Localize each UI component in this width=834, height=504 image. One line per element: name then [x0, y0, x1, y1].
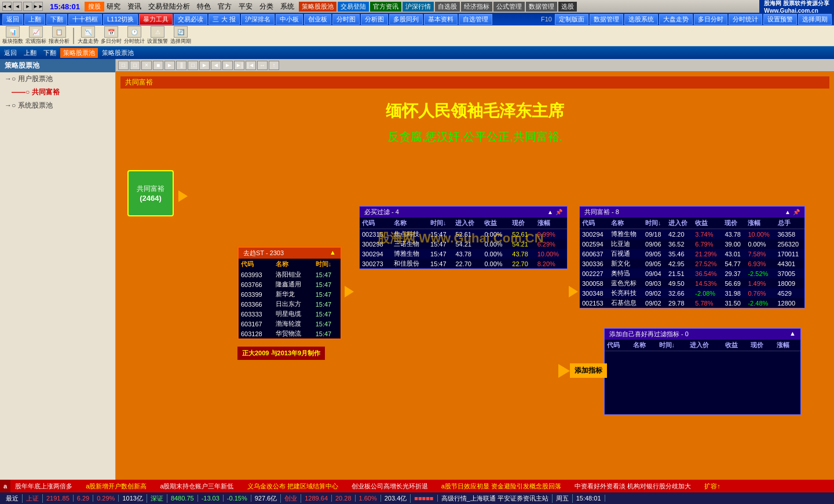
ft2-row-2[interactable]: 002594比亚迪09/0636.526.79% 39.000.00%25632… [580, 239, 804, 249]
data-management-btn[interactable]: 数据管理 [590, 14, 623, 25]
tb4-back[interactable]: 返回 [1, 48, 20, 58]
ct-btn-sq[interactable]: □ [188, 61, 198, 70]
minute-stats-btn[interactable]: 分时统计 [729, 14, 762, 25]
sidebar-gongtong[interactable]: ——○ 共同富裕 [0, 86, 115, 99]
menu-special[interactable]: 特色 [197, 2, 211, 12]
self-select-btn[interactable]: 自选股 [435, 2, 460, 12]
menu-research[interactable]: 研究 [107, 2, 120, 12]
sidebar-system-pool[interactable]: →○ 系统股票池 [0, 99, 115, 112]
ct-btn-r[interactable]: ► [199, 61, 210, 70]
st-row-2[interactable]: 603766隆鑫通用15:47 [239, 279, 341, 289]
formula-btn[interactable]: 公式管理 [493, 2, 525, 12]
tb4-pool2[interactable]: 策略股票池 [99, 48, 137, 58]
menu-system[interactable]: 系统 [280, 2, 294, 12]
menu-trade-analysis[interactable]: 交易登陆分析 [148, 2, 190, 12]
violence-btn[interactable]: 暴力工具 [139, 14, 173, 25]
ct-btn-pause[interactable]: ‖ [176, 61, 186, 70]
st-row-4[interactable]: 603366日出东方15:47 [239, 299, 341, 309]
menu-news[interactable]: 资讯 [127, 2, 141, 12]
analysis-chart-btn[interactable]: 分析图 [361, 14, 388, 25]
ct-btn-end[interactable]: ►| [234, 61, 244, 70]
tb4-down[interactable]: 下翻 [41, 48, 59, 58]
ft1-row-1[interactable]: 002315焦点科技15:4752.610.00% 52.619.99% [360, 229, 567, 240]
ct-btn-x[interactable]: × [141, 61, 152, 70]
board-index-group[interactable]: 📊 板块指数 [2, 26, 23, 45]
ft2-row-6[interactable]: 300058蓝色光标09/0349.5014.53% 56.691.49%180… [580, 278, 804, 288]
mid-small-btn[interactable]: 中小板 [276, 14, 303, 25]
nav-prev-btn[interactable]: ◄ [13, 2, 22, 11]
set-warning-btn[interactable]: 设置预警 [763, 14, 797, 25]
minute-stats-tb3-group[interactable]: 🕐 分时统计 [124, 26, 145, 45]
basic-info-btn[interactable]: 基本资料 [424, 14, 458, 25]
l112-btn[interactable]: L112切换 [103, 14, 138, 25]
back-btn[interactable]: 返回 [2, 14, 23, 25]
menu-classify[interactable]: 分类 [259, 2, 273, 12]
filter-box2-up[interactable]: ▲ [785, 209, 791, 215]
st-row-3[interactable]: 603399新华龙15:47 [239, 289, 341, 299]
st-row-5[interactable]: 603333明星电缆15:47 [239, 309, 341, 319]
multi-day-minute-btn[interactable]: 多日分时 [694, 14, 727, 25]
official-info-btn[interactable]: 官方资讯 [370, 2, 401, 12]
ft2-row-7[interactable]: 300348长亮科技09/0232.66-2.08% 31.980.76%452… [580, 288, 804, 298]
filter-box1-up[interactable]: ▲ [547, 209, 553, 215]
ten-frames-btn[interactable]: 十十档框 [68, 14, 102, 25]
ct-btn-r2[interactable]: ► [222, 61, 233, 70]
sh-trend-btn[interactable]: 沪深行情 [403, 2, 434, 12]
ct-btn-expand[interactable]: ↔ [257, 61, 268, 70]
st-box-up-btn[interactable]: ▲ [330, 249, 336, 257]
up-btn[interactable]: 上翻 [24, 14, 45, 25]
ft2-row-4[interactable]: 300336新文化09/0542.9527.52% 54.776.93%4430… [580, 259, 804, 268]
minute-chart-btn[interactable]: 分时图 [332, 14, 360, 25]
self-select-mgmt-btn[interactable]: 自选管理 [459, 14, 492, 25]
st-row-1[interactable]: 603993洛阳钼业15:47 [239, 270, 341, 279]
data-mgmt-btn[interactable]: 数据管理 [526, 2, 557, 12]
big-trend-btn[interactable]: 大盘走势 [659, 14, 693, 25]
macro-index-group[interactable]: 📈 宏观指标 [25, 26, 46, 45]
multi-stock-btn[interactable]: 多股同列 [389, 14, 423, 25]
nav-back-btn[interactable]: ◄◄ [2, 2, 12, 11]
ct-btn-play[interactable]: ► [164, 61, 175, 70]
ft1-row-2[interactable]: 300298三诺生物15:4754.210.00% 54.216.29% [360, 239, 567, 249]
custom-panel-btn[interactable]: 定制版面 [555, 14, 588, 25]
multi-day-tb3-group[interactable]: 📅 多日分时 [101, 26, 122, 45]
menu-official[interactable]: 官方 [218, 2, 232, 12]
trade-essential-btn[interactable]: 交易必读 [174, 14, 207, 25]
ct-btn-start[interactable]: |◄ [246, 61, 256, 70]
set-warning-tb3-group[interactable]: ⚠ 设置预警 [147, 26, 168, 45]
menu-pingan[interactable]: 平安 [239, 2, 253, 12]
filter-box2-pin[interactable]: 📌 [793, 209, 800, 215]
f10-btn[interactable]: F10 [539, 16, 554, 23]
ft2-row-3[interactable]: 600637百视通09/0535.4621.29% 43.017.58%1700… [580, 249, 804, 259]
search-btn[interactable]: 搜股 [85, 2, 104, 12]
sidebar-user-pool[interactable]: →○ 用户股票池 [0, 72, 115, 86]
strategy-pool-btn[interactable]: 策略股股池 [299, 2, 336, 12]
stock-filter-btn[interactable]: 选股系统 [624, 14, 658, 25]
select-cycle-tb3-group[interactable]: 🔄 选择周期 [170, 26, 191, 45]
tb4-up[interactable]: 上翻 [21, 48, 39, 58]
ft2-row-5[interactable]: 002227奥特迅09/0421.5136.54% 29.37-2.52%370… [580, 268, 804, 278]
three-major-btn[interactable]: 三 大 报 [209, 14, 239, 25]
ft1-row-4[interactable]: 300273和佳股份15:4722.700.00% 22.708.20% [360, 259, 567, 268]
tb4-pool[interactable]: 策略股票池 [60, 48, 98, 58]
big-trend-tb3-group[interactable]: 📉 大盘走势 [78, 26, 98, 45]
ft1-row-3[interactable]: 300294博雅生物15:4743.780.00% 43.7810.00% [360, 249, 567, 259]
economic-btn[interactable]: 经济指标 [461, 2, 492, 12]
pool-tab[interactable]: 共同富裕 [125, 78, 153, 86]
ft2-row-1[interactable]: 300294博雅生物09/1842.203.74% 43.7810.00%363… [580, 229, 804, 240]
select-cycle-btn[interactable]: 选择周期 [798, 14, 832, 25]
add-panel-up[interactable]: ▲ [789, 330, 796, 339]
ft2-row-8[interactable]: 002153石基信息09/0229.785.78% 31.50-2.48%128… [580, 298, 804, 308]
st-row-6[interactable]: 603167渤海轮渡15:47 [239, 319, 341, 329]
nav-next-btn[interactable]: ► [23, 2, 32, 11]
ct-btn-l[interactable]: ◄ [211, 61, 221, 70]
report-analysis-group[interactable]: 📋 报表分析 [49, 26, 70, 45]
startup-btn[interactable]: 创业板 [304, 14, 331, 25]
down-btn[interactable]: 下翻 [46, 14, 67, 25]
ct-btn-1[interactable]: □ [118, 61, 129, 70]
st-row-7[interactable]: 603128华贸物流15:47 [239, 329, 341, 339]
expand-ticker-btn[interactable]: 扩容↑ [704, 483, 720, 490]
ct-btn-up2[interactable]: ↑ [269, 61, 279, 70]
shenzhen-rank-btn[interactable]: 沪深排名 [241, 14, 275, 25]
select-again-btn[interactable]: 选股 [558, 2, 577, 12]
add-indicator-btn[interactable]: 添加指标 [570, 363, 607, 378]
